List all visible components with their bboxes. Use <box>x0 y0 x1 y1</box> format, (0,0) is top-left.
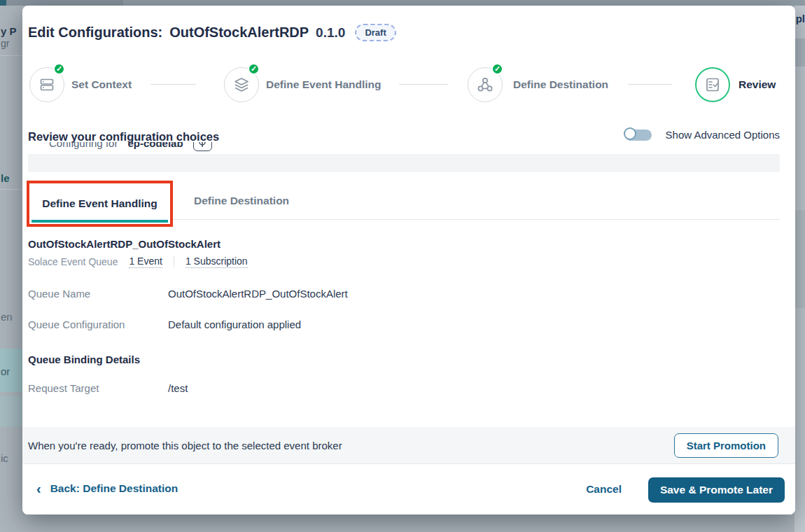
field-label: Queue Name <box>28 288 168 300</box>
background-text-fragment: or <box>1 365 10 377</box>
field-value: /test <box>168 382 188 394</box>
background-text-fragment: ic <box>1 452 8 464</box>
object-version: 0.1.0 <box>316 25 345 41</box>
field-value: Default configuration applied <box>168 318 301 330</box>
divider <box>174 256 174 267</box>
dialog-footer: ‹ Back: Define Destination Cancel Save &… <box>22 464 795 514</box>
save-promote-later-button[interactable]: Save & Promote Later <box>648 477 785 503</box>
step-connector <box>628 84 672 85</box>
dialog-title-row: Edit Configurations: OutOfStockAlertRDP … <box>28 24 396 41</box>
step-review[interactable] <box>695 67 730 102</box>
tab-define-event-handling[interactable]: Define Event Handling <box>29 183 170 224</box>
dialog-title: Edit Configurations: <box>28 24 162 41</box>
server-icon <box>38 76 55 93</box>
advanced-options-label: Show Advanced Options <box>666 129 780 141</box>
red-annotation-box: Define Event Handling <box>27 181 173 227</box>
checklist-icon <box>704 76 721 93</box>
subscription-count-link[interactable]: 1 Subscription <box>186 255 248 268</box>
event-broker-icon[interactable] <box>193 142 212 151</box>
step-complete-check-icon: ✓ <box>491 63 503 75</box>
tab-define-destination[interactable]: Define Destination <box>194 195 289 207</box>
background-text-fragment: en <box>1 311 13 323</box>
promotion-message: When you're ready, promote this object t… <box>28 440 342 451</box>
step-label: Set Context <box>71 78 132 91</box>
background-text-fragment: gr <box>1 38 9 49</box>
event-count-link[interactable]: 1 Event <box>129 255 162 268</box>
draft-status-badge: Draft <box>355 24 396 41</box>
field-label: Request Target <box>28 382 168 394</box>
active-tab-indicator <box>31 220 168 223</box>
background-right-band <box>794 210 805 308</box>
step-complete-check-icon: ✓ <box>53 63 65 75</box>
queue-object-subtitle-row: Solace Event Queue 1 Event 1 Subscriptio… <box>28 255 248 269</box>
field-label: Queue Configuration <box>28 318 168 330</box>
advanced-options-row: Show Advanced Options <box>625 129 780 141</box>
start-promotion-button[interactable]: Start Promotion <box>674 433 778 458</box>
step-label: Define Event Handling <box>266 78 382 91</box>
chevron-left-icon: ‹ <box>36 482 41 495</box>
collapsed-panel-bar <box>28 154 780 172</box>
step-connector <box>150 84 196 85</box>
request-target-row: Request Target /test <box>28 382 188 394</box>
webhook-icon <box>477 76 493 93</box>
back-button[interactable]: ‹ Back: Define Destination <box>36 482 178 495</box>
step-connector <box>399 84 448 85</box>
tab-label: Define Event Handling <box>42 197 158 210</box>
layers-icon <box>233 76 250 93</box>
background-top-corner <box>0 0 6 6</box>
promotion-bar: When you're ready, promote this object t… <box>22 427 795 464</box>
background-text-fragment: pl <box>796 13 805 24</box>
configuring-for-value: ep-codelab <box>127 142 183 149</box>
back-label: Back: Define Destination <box>50 482 178 495</box>
step-label: Define Destination <box>513 78 608 91</box>
queue-name-row: Queue Name OutOfStockAlertRDP_OutOfStock… <box>28 288 348 300</box>
show-advanced-options-toggle[interactable] <box>625 130 652 141</box>
configuring-for-label: Configuring for <box>49 142 118 149</box>
background-right-band <box>794 38 805 66</box>
background-top-band-left <box>0 0 123 6</box>
cancel-button[interactable]: Cancel <box>586 483 622 496</box>
field-value: OutOfStockAlertRDP_OutOfStockAlert <box>168 288 348 300</box>
object-type-label: Solace Event Queue <box>28 256 118 267</box>
background-divider <box>0 189 23 190</box>
step-complete-check-icon: ✓ <box>248 63 260 75</box>
toggle-knob <box>624 127 636 140</box>
object-name: OutOfStockAlertRDP <box>169 24 309 41</box>
background-row <box>0 396 24 427</box>
queue-binding-details-heading: Queue Binding Details <box>28 354 140 365</box>
background-text-fragment: le <box>1 172 10 184</box>
background-divider <box>0 55 23 56</box>
background-text-fragment: y P <box>1 25 17 37</box>
step-label: Review <box>738 78 776 91</box>
configuring-for-row: Configuring for ep-codelab <box>49 142 329 152</box>
background-top-band <box>0 0 805 6</box>
edit-configurations-dialog: Edit Configurations: OutOfStockAlertRDP … <box>22 6 795 514</box>
queue-object-title: OutOfStockAlertRDP_OutOfStockAlert <box>28 238 220 250</box>
queue-configuration-row: Queue Configuration Default configuratio… <box>28 318 301 330</box>
